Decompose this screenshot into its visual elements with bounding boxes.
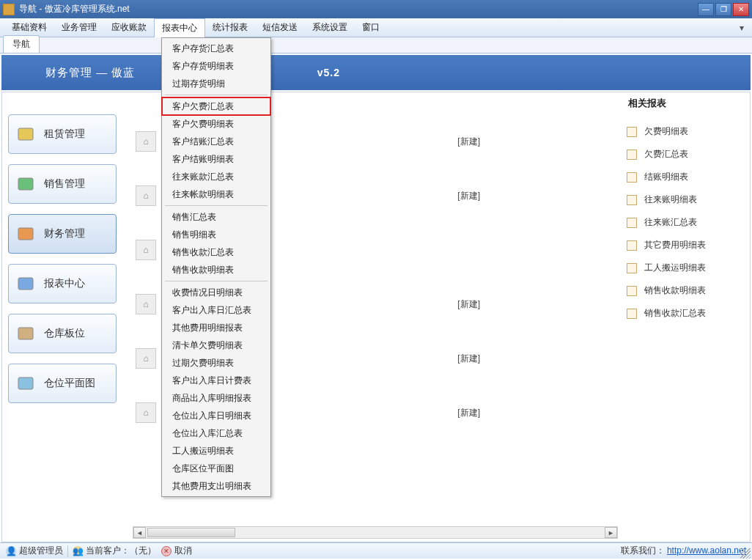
related-report-2[interactable]: 结账明细表 (627, 166, 744, 188)
resize-grip[interactable] (740, 548, 751, 559)
dropdown-item[interactable]: 商品出入库明细报表 (162, 389, 270, 407)
window-buttons: — ❐ ✕ (698, 3, 749, 16)
new-link[interactable]: [新建] (457, 136, 480, 148)
dropdown-item[interactable]: 工人搬运明细表 (162, 442, 270, 460)
dropdown-separator (165, 95, 268, 95)
sidebar-item-4[interactable]: 仓库板位 (8, 314, 117, 353)
related-report-label: 销售收款明细表 (644, 284, 706, 297)
menu-item-3[interactable]: 报表中心 (154, 18, 205, 37)
dropdown-item[interactable]: 客户欠费明细表 (162, 115, 270, 133)
dropdown-item[interactable]: 销售收款明细表 (162, 261, 270, 279)
menu-item-2[interactable]: 应收账款 (104, 18, 154, 37)
report-icon (627, 195, 637, 205)
sidebar-item-0[interactable]: 租赁管理 (8, 114, 117, 154)
dropdown-item[interactable]: 销售明细表 (162, 226, 270, 243)
close-button[interactable]: ✕ (733, 3, 749, 16)
dropdown-item[interactable]: 其他费用明细报表 (162, 319, 270, 336)
dropdown-item[interactable]: 仓位出入库日明细表 (162, 407, 270, 424)
dropdown-item[interactable]: 客户出入库日计费表 (162, 372, 270, 389)
dropdown-item[interactable]: 客户结账明细表 (162, 150, 270, 168)
sidebar-label-1: 销售管理 (44, 177, 85, 191)
related-report-5[interactable]: 其它费用明细表 (627, 234, 744, 257)
related-report-7[interactable]: 销售收款明细表 (627, 279, 744, 302)
report-icon (627, 286, 637, 296)
cancel-icon[interactable]: ✕ (161, 546, 172, 556)
menu-item-7[interactable]: 窗口 (355, 18, 387, 37)
related-report-3[interactable]: 往来账明细表 (627, 188, 744, 211)
dropdown-item[interactable]: 其他费用支出明细表 (162, 477, 270, 495)
sidebar-item-3[interactable]: 报表中心 (8, 264, 117, 303)
maximize-button[interactable]: ❐ (715, 3, 731, 16)
sidebar-icon-4 (16, 324, 35, 343)
dropdown-item[interactable]: 客户存货明细表 (162, 57, 270, 75)
related-report-8[interactable]: 销售收款汇总表 (627, 302, 744, 325)
related-report-label: 往来账汇总表 (644, 216, 697, 229)
related-report-label: 工人搬运明细表 (644, 262, 706, 274)
svg-rect-2 (18, 228, 33, 240)
dropdown-item[interactable]: 客户欠费汇总表 (162, 97, 270, 115)
new-link[interactable]: [新建] (457, 298, 480, 311)
menubar-overflow-icon[interactable]: ▾ (736, 23, 748, 33)
right-panel-title: 相关报表 (627, 97, 744, 110)
related-report-0[interactable]: 欠费明细表 (627, 120, 744, 143)
related-report-4[interactable]: 往来账汇总表 (627, 211, 744, 234)
dropdown-separator (165, 281, 268, 281)
dropdown-item[interactable]: 销售汇总表 (162, 208, 270, 226)
dropdown-item[interactable]: 客户结账汇总表 (162, 133, 270, 150)
menu-item-1[interactable]: 业务管理 (54, 18, 104, 37)
minimize-button[interactable]: — (698, 3, 714, 16)
dropdown-item[interactable]: 过期存货明细 (162, 75, 270, 92)
menu-item-0[interactable]: 基础资料 (4, 18, 54, 37)
contact-link[interactable]: http://www.aolan.net (667, 545, 746, 556)
banner: 财务管理 — 傲蓝 v5.2 (1, 55, 751, 90)
banner-title: 财务管理 — 傲蓝 (45, 66, 135, 80)
scroll-right-arrow[interactable]: ► (605, 527, 617, 538)
status-cancel[interactable]: 取消 (174, 545, 192, 557)
dropdown-item[interactable]: 往来帐款明细表 (162, 185, 270, 203)
app-icon (3, 4, 15, 15)
status-client-value: （无） (130, 545, 156, 557)
menu-item-5[interactable]: 短信发送 (255, 18, 305, 37)
statusbar: 👤 超级管理员 👥 当前客户： （无） ✕ 取消 联系我们： http://ww… (0, 542, 752, 559)
sidebar-item-5[interactable]: 仓位平面图 (8, 364, 117, 403)
menubar: 基础资料业务管理应收账款报表中心统计报表短信发送系统设置窗口▾ (0, 18, 752, 37)
dropdown-item[interactable]: 清卡单欠费明细表 (162, 336, 270, 354)
report-icon (627, 240, 637, 251)
dropdown-item[interactable]: 客户出入库日汇总表 (162, 301, 270, 319)
status-user: 超级管理员 (19, 545, 63, 557)
dropdown-item[interactable]: 仓位出入库汇总表 (162, 424, 270, 442)
new-link[interactable]: [新建] (457, 353, 480, 365)
dropdown-item[interactable]: 仓库区位平面图 (162, 460, 270, 477)
scroll-left-arrow[interactable]: ◄ (133, 527, 146, 538)
related-report-label: 其它费用明细表 (644, 239, 706, 251)
tab-nav[interactable]: 导航 (3, 35, 40, 53)
report-icon (627, 127, 637, 137)
svg-rect-3 (18, 278, 33, 290)
content-icon: ⌂ (136, 294, 156, 314)
report-icon (627, 172, 637, 183)
svg-rect-4 (18, 328, 33, 339)
new-link[interactable]: [新建] (457, 190, 480, 202)
menu-item-4[interactable]: 统计报表 (205, 18, 255, 37)
dropdown-item[interactable]: 收费情况日明细表 (162, 284, 270, 301)
status-client-label: 当前客户： (86, 545, 130, 557)
sidebar-item-1[interactable]: 销售管理 (8, 164, 117, 204)
related-report-6[interactable]: 工人搬运明细表 (627, 257, 744, 279)
dropdown-item[interactable]: 往来账款汇总表 (162, 168, 270, 185)
content-icon: ⌂ (136, 185, 156, 206)
related-report-1[interactable]: 欠费汇总表 (627, 143, 744, 166)
sidebar-icon-5 (16, 374, 35, 393)
related-report-label: 欠费明细表 (644, 125, 688, 138)
dropdown-item[interactable]: 客户存货汇总表 (162, 40, 270, 57)
related-report-label: 结账明细表 (644, 171, 688, 183)
dropdown-item[interactable]: 销售收款汇总表 (162, 243, 270, 261)
menu-item-6[interactable]: 系统设置 (305, 18, 355, 37)
workspace: 租赁管理销售管理财务管理报表中心仓库板位仓位平面图 ⌂[新建]⌂ 库。 [新建]… (1, 92, 751, 542)
new-link[interactable]: [新建] (457, 407, 480, 419)
content-icon: ⌂ (136, 240, 156, 260)
dropdown-item[interactable]: 过期欠费明细表 (162, 354, 270, 372)
sidebar-item-2[interactable]: 财务管理 (8, 214, 117, 254)
scroll-thumb[interactable] (147, 528, 235, 537)
related-report-label: 往来账明细表 (644, 194, 697, 206)
horizontal-scrollbar[interactable]: ◄ ► (133, 526, 618, 539)
